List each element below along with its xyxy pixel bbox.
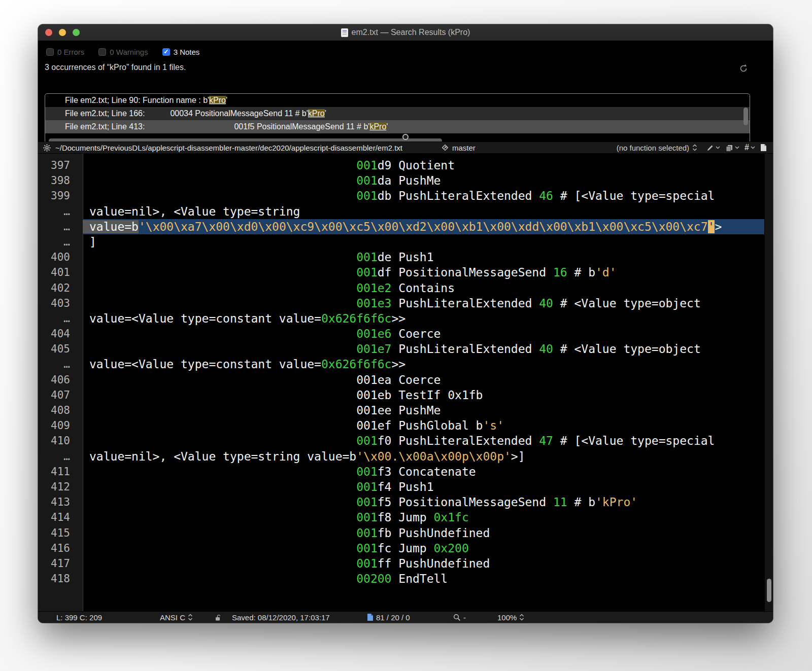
code-line[interactable]: 415001fb PushUndefined xyxy=(38,525,765,541)
marker-menu-button[interactable] xyxy=(706,144,720,152)
code-line[interactable]: 401001df PositionalMessageSend 16 # b'd' xyxy=(38,265,765,280)
code-line[interactable]: 411001f3 Concatenate xyxy=(38,464,765,479)
code-line[interactable]: 410001f0 PushLiteralExtended 47 # [<Valu… xyxy=(38,433,765,448)
line-number: … xyxy=(38,219,83,234)
notes-checkbox[interactable]: ✓ xyxy=(162,48,170,56)
updown-chevrons-icon xyxy=(188,614,193,621)
code-line[interactable]: 402001e2 Contains xyxy=(38,280,765,296)
code-text: 001f0 PushLiteralExtended 47 # [<Value t… xyxy=(83,433,765,448)
code-line[interactable]: …value=<Value type=constant value=0x626f… xyxy=(38,357,765,372)
title-bar[interactable]: em2.txt — Search Results (kPro) xyxy=(38,24,773,41)
status-bar: L: 399 C: 209 ANSI C Saved: 08/12/2020, … xyxy=(38,611,773,623)
line-number: … xyxy=(38,449,83,464)
results-filter-bar: 0 Errors 0 Warnings ✓ 3 Notes xyxy=(38,41,773,56)
code-line[interactable]: …value=nil>, <Value type=string value=b'… xyxy=(38,449,765,464)
code-text: 001ff PushUndefined xyxy=(83,556,765,571)
code-line[interactable]: 398001da PushMe xyxy=(38,173,765,188)
code-line[interactable]: 405001e7 PushLiteralExtended 40 # <Value… xyxy=(38,341,765,357)
lock-toggle[interactable] xyxy=(215,612,221,623)
documents-menu-button[interactable] xyxy=(725,144,739,152)
chevron-down-icon xyxy=(716,146,720,149)
line-number: 406 xyxy=(38,372,83,387)
code-text: 001db PushLiteralExtended 46 # [<Value t… xyxy=(83,188,765,203)
search-result-row[interactable]: File em2.txt; Line 90: Function name : b… xyxy=(45,94,750,107)
code-line[interactable]: 397001d9 Quotient xyxy=(38,158,765,173)
marker-pen-icon xyxy=(706,144,714,152)
code-line[interactable]: 409001ef PushGlobal b's' xyxy=(38,418,765,433)
search-result-row[interactable]: File em2.txt; Line 413:001f5 PositionalM… xyxy=(45,120,750,133)
page-icon xyxy=(367,613,374,621)
window-title-group: em2.txt — Search Results (kPro) xyxy=(341,28,470,37)
app-window: em2.txt — Search Results (kPro) 0 Errors… xyxy=(38,24,773,623)
code-line[interactable]: …value=<Value type=constant value=0x626f… xyxy=(38,311,765,326)
zoom-window-button[interactable] xyxy=(73,29,80,36)
errors-filter[interactable]: 0 Errors xyxy=(46,48,84,56)
warnings-checkbox[interactable] xyxy=(98,48,106,56)
results-summary: 3 occurrences of “kPro” found in 1 files… xyxy=(38,56,773,72)
search-results-list: File em2.txt; Line 90: Function name : b… xyxy=(45,93,750,145)
line-number: 416 xyxy=(38,541,83,556)
code-text: 001e6 Coerce xyxy=(83,326,765,341)
editor-scrollbar-thumb[interactable] xyxy=(767,579,771,602)
pane-splitter-handle[interactable] xyxy=(402,134,409,140)
code-text: 001fc Jump 0x200 xyxy=(83,541,765,556)
refresh-icon xyxy=(738,63,749,74)
code-text: value=nil>, <Value type=string value=b'\… xyxy=(83,449,765,464)
code-text: 001e2 Contains xyxy=(83,280,765,296)
errors-label: 0 Errors xyxy=(57,48,84,56)
line-number: 404 xyxy=(38,326,83,341)
code-line[interactable]: 399001db PushLiteralExtended 46 # [<Valu… xyxy=(38,188,765,203)
syntax-selector[interactable]: ANSI C xyxy=(160,612,193,623)
notes-label: 3 Notes xyxy=(174,48,200,56)
unlocked-icon xyxy=(215,614,221,621)
code-line[interactable]: 417001ff PushUndefined xyxy=(38,556,765,571)
code-line[interactable]: 412001f4 Push1 xyxy=(38,479,765,495)
code-text: value=<Value type=constant value=0x626f6… xyxy=(83,357,765,372)
code-line[interactable]: …value=b'\x00\xa7\x00\xd0\x00\xc9\x00\xc… xyxy=(38,219,765,234)
code-line[interactable]: 416001fc Jump 0x200 xyxy=(38,541,765,556)
code-line[interactable]: 414001f8 Jump 0x1fc xyxy=(38,510,765,525)
counterparts-menu-button[interactable]: # xyxy=(745,143,755,152)
code-line[interactable]: 404001e6 Coerce xyxy=(38,326,765,341)
line-number: 403 xyxy=(38,296,83,311)
refresh-search-button[interactable] xyxy=(738,63,749,74)
file-path[interactable]: ~/Documents/PreviousDLs/applescript-disa… xyxy=(55,144,402,152)
git-branch-selector[interactable]: master xyxy=(442,144,476,152)
minimize-window-button[interactable] xyxy=(59,29,66,36)
code-text: value=nil>, <Value type=string xyxy=(83,204,765,219)
quick-search[interactable]: - xyxy=(453,612,466,623)
code-line[interactable]: 408001ee PushMe xyxy=(38,403,765,418)
code-line[interactable]: 413001f5 PositionalMessageSend 11 # b'kP… xyxy=(38,495,765,510)
code-editor[interactable]: 397001d9 Quotient398001da PushMe399001db… xyxy=(38,154,773,611)
new-document-button[interactable] xyxy=(760,144,767,152)
close-window-button[interactable] xyxy=(45,29,52,36)
save-status: Saved: 08/12/2020, 17:03:17 xyxy=(232,612,330,623)
code-text: value=b'\x00\xa7\x00\xd0\x00\xc9\x00\xc5… xyxy=(83,219,765,234)
code-line[interactable]: …] xyxy=(38,234,765,250)
line-number: 400 xyxy=(38,250,83,265)
code-line[interactable]: 406001ea Coerce xyxy=(38,372,765,387)
code-text: 001df PositionalMessageSend 16 # b'd' xyxy=(83,265,765,280)
code-text: 001e3 PushLiteralExtended 40 # <Value ty… xyxy=(83,296,765,311)
results-vertical-scrollbar[interactable] xyxy=(743,108,748,125)
updown-chevrons-icon xyxy=(519,614,524,621)
zoom-selector[interactable]: 100% xyxy=(497,612,524,623)
code-line[interactable]: 407001eb TestIf 0x1fb xyxy=(38,387,765,403)
notes-filter[interactable]: ✓ 3 Notes xyxy=(162,48,200,56)
code-line[interactable]: 403001e3 PushLiteralExtended 40 # <Value… xyxy=(38,296,765,311)
function-selector[interactable]: (no function selected) xyxy=(617,144,697,152)
editor-scrollbar-track[interactable] xyxy=(764,154,773,611)
search-result-row[interactable]: File em2.txt; Line 166:00034 PositionalM… xyxy=(45,107,750,120)
chevron-down-icon xyxy=(735,146,739,149)
code-text: 001fb PushUndefined xyxy=(83,525,765,541)
errors-checkbox[interactable] xyxy=(46,48,54,56)
code-text: 001d9 Quotient xyxy=(83,158,765,173)
code-line[interactable]: 400001de Push1 xyxy=(38,250,765,265)
warnings-filter[interactable]: 0 Warnings xyxy=(98,48,148,56)
code-line[interactable]: …value=nil>, <Value type=string xyxy=(38,204,765,219)
code-line[interactable]: 41800200 EndTell xyxy=(38,571,765,586)
code-text: 001ef PushGlobal b's' xyxy=(83,418,765,433)
path-options-button[interactable] xyxy=(43,144,51,152)
code-text: 001ea Coerce xyxy=(83,372,765,387)
line-number: 398 xyxy=(38,173,83,188)
